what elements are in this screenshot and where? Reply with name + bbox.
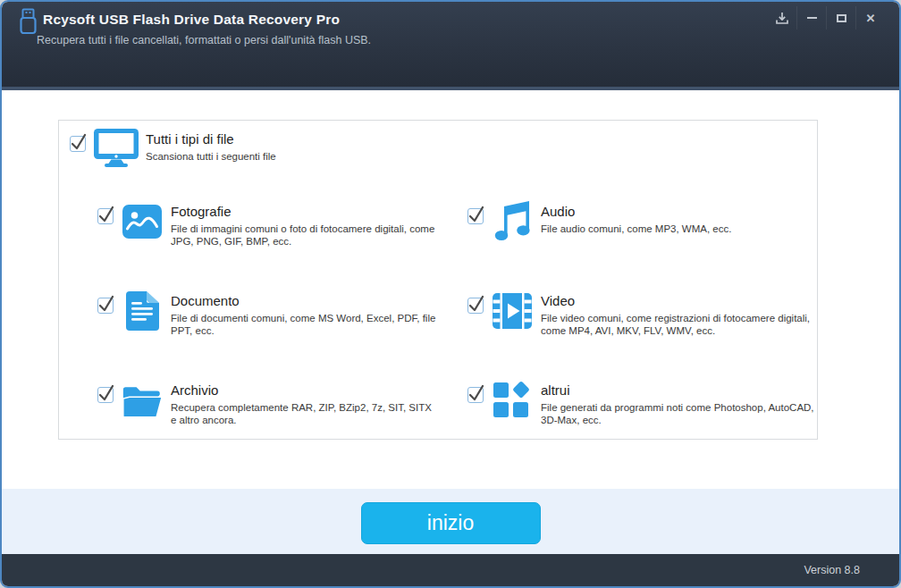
minimize-icon [807,17,817,19]
filetype-description: File video comuni, come registrazioni di… [541,312,817,337]
filetype-item-archivio: Archivio Recupera completamente RAR, ZIP… [59,380,438,426]
title-bar: Rcysoft USB Flash Drive Data Recovery Pr… [2,2,899,90]
main-content: Tutti i tipi di file Scansiona tutti i s… [2,90,899,489]
all-types-label: Tutti i tipi di file [146,131,276,147]
filetype-checkbox-archivio[interactable] [97,387,114,403]
filetype-description: File di immagini comuni o foto di fotoca… [171,223,438,248]
music-note-icon [492,201,533,242]
maximize-icon [837,14,846,22]
filetype-label: Fotografie [171,204,438,219]
window-controls: ✕ [767,6,885,29]
film-icon [492,290,533,332]
window-title: Rcysoft USB Flash Drive Data Recovery Pr… [43,12,340,28]
file-type-panel: Tutti i tipi di file Scansiona tutti i s… [58,120,818,440]
filetype-label: Archivio [171,382,438,398]
filetype-label: altrui [541,382,817,398]
filetype-description: Recupera completamente RAR, ZIP, BZip2, … [171,401,438,426]
filetype-checkbox-fotografie[interactable] [97,208,114,224]
folder-icon [122,380,163,421]
filetype-item-all: Tutti i tipi di file Scansiona tutti i s… [59,121,817,201]
close-button[interactable]: ✕ [855,6,885,29]
close-icon: ✕ [866,12,876,25]
filetype-checkbox-altrui[interactable] [467,387,484,403]
file-type-grid: Fotografie File di immagini comuni o fot… [59,201,817,426]
filetype-checkbox-audio[interactable] [467,208,484,224]
filetype-description: File audio comuni, come MP3, WMA, ecc. [541,223,731,235]
filetype-item-altrui: altrui File generati da programmi noti c… [438,380,817,426]
blocks-icon [492,380,533,421]
filetype-item-video: Video File video comuni, come registrazi… [438,290,817,380]
filetype-description: File di documenti comuni, come MS Word, … [171,312,438,337]
document-icon [122,290,163,332]
all-types-checkbox[interactable] [70,136,86,152]
minimize-button[interactable] [796,6,826,29]
filetype-label: Video [541,293,817,308]
monitor-icon [93,128,139,167]
filetype-checkbox-video[interactable] [467,298,484,314]
photo-icon [122,201,163,242]
action-bar: inizio [2,489,899,554]
window-subtitle: Recupera tutti i file cancellati, format… [37,34,371,46]
all-types-description: Scansiona tutti i seguenti file [146,150,276,163]
filetype-description: File generati da programmi noti come Pho… [541,401,817,426]
usb-drive-icon [17,8,39,35]
filetype-item-audio: Audio File audio comuni, come MP3, WMA, … [438,201,817,290]
maximize-button[interactable] [826,6,855,29]
filetype-label: Documento [171,293,438,308]
app-window: Rcysoft USB Flash Drive Data Recovery Pr… [0,0,901,588]
filetype-item-documento: Documento File di documenti comuni, come… [59,290,438,380]
download-icon [775,12,789,25]
filetype-item-fotografie: Fotografie File di immagini comuni o fot… [59,201,438,290]
version-label: Version 8.8 [804,564,860,576]
start-button[interactable]: inizio [361,502,541,544]
filetype-checkbox-documento[interactable] [97,298,114,314]
footer: Version 8.8 [2,554,899,586]
download-button[interactable] [767,6,796,29]
filetype-label: Audio [541,204,731,219]
